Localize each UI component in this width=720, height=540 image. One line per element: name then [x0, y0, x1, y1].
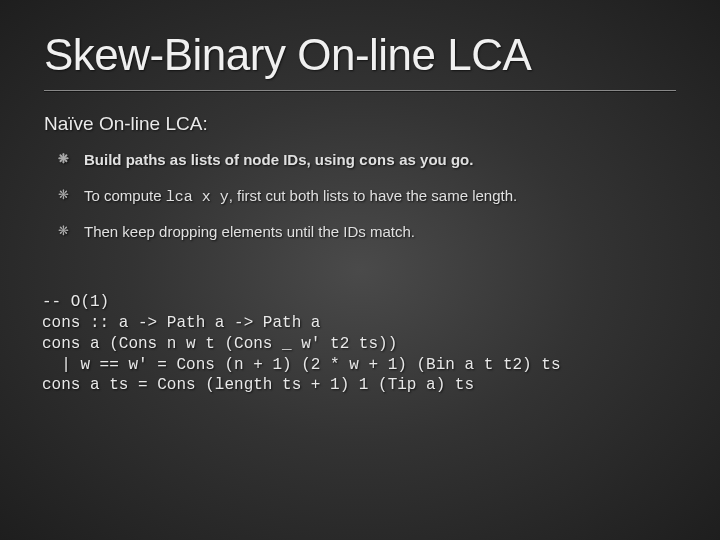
divider [44, 90, 676, 91]
bullet-list: Build paths as lists of node IDs, using … [58, 149, 676, 242]
slide: Skew-Binary On-line LCA Naïve On-line LC… [0, 0, 720, 540]
slide-subtitle: Naïve On-line LCA: [44, 113, 676, 135]
bullet-item: Then keep dropping elements until the ID… [58, 221, 676, 243]
bullet-item: To compute lca x y, first cut both lists… [58, 185, 676, 209]
slide-title: Skew-Binary On-line LCA [44, 30, 676, 80]
bullet-item: Build paths as lists of node IDs, using … [58, 149, 676, 173]
code-block: -- O(1) cons :: a -> Path a -> Path a co… [42, 292, 676, 396]
